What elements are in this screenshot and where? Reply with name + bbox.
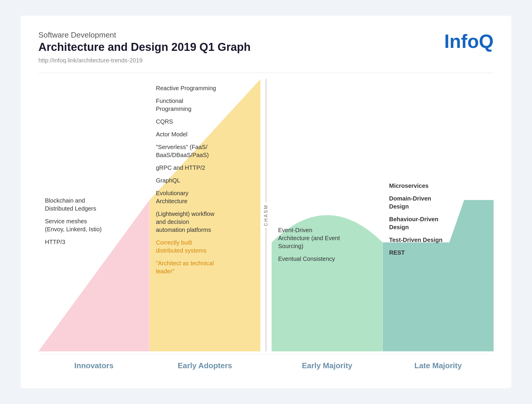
col-early-majority: Event-DrivenArchitecture (and EventSourc… <box>272 79 383 351</box>
chart-area: Blockchain andDistributed Ledgers Servic… <box>38 79 494 376</box>
chasm-divider: CHASM <box>260 79 272 351</box>
emaj-item-2: Eventual Consistency <box>278 255 376 263</box>
ea-item-6: gRPC and HTTP/2 <box>156 164 254 172</box>
labels-row: Innovators Early Adopters Early Majority… <box>38 354 494 376</box>
infoq-logo: InfoQ <box>444 30 494 52</box>
col-early-adopters: Reactive Programming FunctionalProgrammi… <box>150 79 261 351</box>
label-innovators: Innovators <box>38 361 150 370</box>
page-title: Architecture and Design 2019 Q1 Graph <box>38 41 251 54</box>
innovators-item-3: HTTP/3 <box>45 238 143 246</box>
lmaj-item-1: Microservices <box>389 182 487 190</box>
label-early-adopters: Early Adopters <box>150 361 261 370</box>
lmaj-item-4: Test-Driven Design <box>389 236 487 244</box>
ea-item-4: Actor Model <box>156 130 254 138</box>
innovators-item-1: Blockchain andDistributed Ledgers <box>45 197 143 213</box>
header-divider <box>38 73 494 73</box>
ea-item-1: Reactive Programming <box>156 84 254 92</box>
lmaj-item-2: Domain-DrivenDesign <box>389 195 487 211</box>
col-late-majority: Microservices Domain-DrivenDesign Behavi… <box>383 79 494 351</box>
ea-item-11: "Architect as technicalleader" <box>156 259 254 275</box>
lmaj-item-5: REST <box>389 249 487 257</box>
label-early-majority: Early Majority <box>272 361 383 370</box>
ea-item-5: "Serverless" (FaaS/BaaS/DBaaS/PaaS) <box>156 143 254 159</box>
main-card: Software Development Architecture and De… <box>21 16 511 388</box>
col-innovators: Blockchain andDistributed Ledgers Servic… <box>38 79 150 351</box>
ea-item-8: EvolutionaryArchitecture <box>156 189 254 205</box>
emaj-item-1: Event-DrivenArchitecture (and EventSourc… <box>278 226 376 250</box>
header-left: Software Development Architecture and De… <box>38 30 251 64</box>
label-late-majority: Late Majority <box>383 361 494 370</box>
innovators-item-2: Service meshes(Envoy, Linkerd, Istio) <box>45 217 143 233</box>
subtitle: Software Development <box>38 30 251 40</box>
lmaj-item-3: Behaviour-DrivenDesign <box>389 215 487 231</box>
url-link: http://infoq.link/architecture-trends-20… <box>38 57 251 64</box>
ea-item-3: CQRS <box>156 118 254 126</box>
ea-item-10: Correctly builtdistributed systems <box>156 239 254 255</box>
ea-item-7: GraphQL <box>156 177 254 185</box>
ea-item-2: FunctionalProgramming <box>156 97 254 113</box>
header: Software Development Architecture and De… <box>38 30 494 64</box>
chasm-label: CHASM <box>263 203 269 228</box>
ea-item-9: (Lightweight) workflowand decisionautoma… <box>156 210 254 234</box>
